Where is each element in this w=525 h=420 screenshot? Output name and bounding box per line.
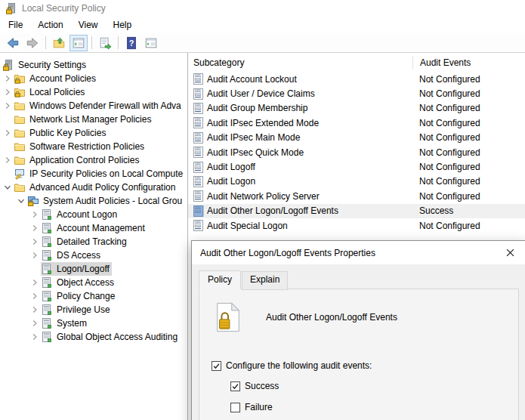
tree-item-body[interactable]: System — [41, 317, 89, 330]
tree-item-body[interactable]: Detailed Tracking — [41, 235, 129, 249]
tree-item-system[interactable]: System — [0, 317, 187, 330]
chevron-right-icon[interactable] — [3, 102, 11, 110]
chevron-down-icon[interactable] — [3, 184, 11, 192]
show-hide-console-tree-button[interactable] — [69, 35, 88, 51]
check-icon — [212, 362, 221, 370]
tree-item-global-object-access-auditing[interactable]: Global Object Access Auditing — [0, 330, 187, 344]
list-row-audit-special-logon[interactable]: 101010Audit Special LogonNot Configured — [188, 218, 525, 233]
tree-item-account-management[interactable]: Account Management — [0, 221, 187, 235]
tree-item-body[interactable]: System Audit Policies - Local Grou — [27, 194, 184, 208]
failure-label[interactable]: Failure — [245, 402, 273, 412]
tab-explain[interactable]: Explain — [242, 271, 288, 290]
chevron-right-icon[interactable] — [3, 75, 11, 83]
tree-item-body[interactable]: Account Policies — [14, 72, 98, 85]
tree-item-body[interactable]: Security Settings — [2, 58, 88, 72]
tree-item-local-policies[interactable]: Local Policies — [0, 85, 187, 99]
menu-help[interactable]: Help — [106, 17, 140, 32]
tree-item-body[interactable]: Policy Change — [41, 289, 117, 303]
chevron-right-icon[interactable] — [30, 224, 39, 233]
tree-item-ip-security-policies-on-local-compute[interactable]: IP Security Policies on Local Compute — [0, 167, 187, 181]
menu-action[interactable]: Action — [30, 17, 70, 32]
tree-item-label: Account Policies — [29, 73, 96, 84]
list-row-audit-network-policy-server[interactable]: 101010Audit Network Policy ServerNot Con… — [188, 189, 525, 203]
chevron-right-icon[interactable] — [3, 129, 11, 137]
toolbar-separator — [91, 36, 92, 49]
tree-item-body[interactable]: Application Control Policies — [14, 153, 141, 167]
configure-audit-events-label[interactable]: Configure the following audit events: — [226, 360, 372, 371]
list-row-audit-account-lockout[interactable]: 101010Audit Account LockoutNot Configure… — [188, 72, 525, 86]
list-row-audit-logoff[interactable]: 101010Audit LogoffNot Configured — [188, 159, 525, 174]
tree-item-body[interactable]: IP Security Policies on Local Compute — [14, 167, 185, 181]
up-one-level-button[interactable] — [50, 35, 68, 51]
column-header-audit-events[interactable]: Audit Events — [412, 56, 525, 69]
export-list-button[interactable] — [96, 35, 114, 51]
close-icon — [506, 249, 514, 257]
chevron-down-icon[interactable] — [17, 197, 25, 205]
list-row-audit-user-device-claims[interactable]: 101010Audit User / Device ClaimsNot Conf… — [188, 86, 525, 100]
tree-item-body[interactable]: Object Access — [41, 276, 116, 289]
failure-checkbox[interactable] — [230, 403, 240, 412]
back-button[interactable] — [4, 35, 22, 51]
list-row-audit-ipsec-main-mode[interactable]: 101010Audit IPsec Main ModeNot Configure… — [188, 131, 525, 145]
list-row-audit-ipsec-quick-mode[interactable]: 101010Audit IPsec Quick ModeNot Configur… — [188, 145, 525, 159]
tree-item-body[interactable]: Global Object Access Auditing — [41, 330, 180, 344]
tree-item-public-key-policies[interactable]: Public Key Policies — [0, 126, 187, 140]
tree-item-system-audit-policies-local-grou[interactable]: System Audit Policies - Local Grou — [0, 194, 187, 208]
chevron-right-icon[interactable] — [30, 320, 39, 328]
forward-button[interactable] — [23, 35, 42, 51]
tree-item-body[interactable]: Network List Manager Policies — [14, 113, 153, 126]
chevron-right-icon[interactable] — [3, 88, 11, 97]
tree-item-body[interactable]: Software Restriction Policies — [14, 140, 147, 153]
audit-doc-icon: 101010 — [193, 176, 204, 187]
tree-item-network-list-manager-policies[interactable]: Network List Manager Policies — [0, 113, 187, 126]
svg-text:010: 010 — [195, 151, 202, 155]
tree-item-body[interactable]: Logon/Logoff — [41, 262, 112, 276]
success-label[interactable]: Success — [245, 381, 279, 391]
configure-audit-events-checkbox[interactable] — [212, 361, 221, 371]
tree-item-privilege-use[interactable]: Privilege Use — [0, 303, 187, 317]
tree-item-application-control-policies[interactable]: Application Control Policies — [0, 153, 187, 167]
tree-item-windows-defender-firewall-with-adva[interactable]: Windows Defender Firewall with Adva — [0, 99, 187, 113]
tab-policy[interactable]: Policy — [199, 270, 241, 289]
list-row-audit-ipsec-extended-mode[interactable]: 101010Audit IPsec Extended ModeNot Confi… — [188, 116, 525, 130]
chevron-right-icon[interactable] — [30, 292, 39, 301]
help-button[interactable]: ? — [122, 35, 141, 51]
properties-dialog: Audit Other Logon/Logoff Events Properti… — [191, 240, 525, 420]
tree-item-body[interactable]: Advanced Audit Policy Configuration — [14, 181, 178, 194]
audit-events-cell: Not Configured — [412, 88, 525, 99]
tree-item-body[interactable]: Windows Defender Firewall with Adva — [14, 99, 184, 113]
tree-item-body[interactable]: Privilege Use — [41, 303, 113, 317]
tree-item-object-access[interactable]: Object Access — [0, 276, 187, 289]
tree-item-body[interactable]: Account Management — [41, 221, 147, 235]
success-checkbox[interactable] — [230, 381, 240, 391]
chevron-right-icon[interactable] — [30, 333, 39, 341]
close-button[interactable] — [494, 241, 525, 264]
tree-item-advanced-audit-policy-configuration[interactable]: Advanced Audit Policy Configuration — [0, 181, 187, 194]
tree-item-label: Privilege Use — [57, 304, 110, 315]
tree-item-security-settings[interactable]: Security Settings — [0, 58, 187, 72]
tree-item-body[interactable]: DS Access — [41, 249, 103, 262]
tree-item-body[interactable]: Local Policies — [14, 85, 87, 99]
tree-item-policy-change[interactable]: Policy Change — [0, 289, 187, 303]
chevron-right-icon[interactable] — [30, 238, 39, 246]
tree-item-account-policies[interactable]: Account Policies — [0, 72, 187, 85]
tree-item-logon-logoff[interactable]: Logon/Logoff — [0, 262, 187, 276]
list-row-audit-group-membership[interactable]: 101010Audit Group MembershipNot Configur… — [188, 101, 525, 116]
chevron-right-icon[interactable] — [3, 156, 11, 165]
menu-view[interactable]: View — [71, 17, 106, 32]
tree-item-ds-access[interactable]: DS Access — [0, 249, 187, 262]
chevron-right-icon[interactable] — [30, 306, 39, 314]
tree-item-body[interactable]: Public Key Policies — [14, 126, 108, 140]
chevron-right-icon[interactable] — [30, 211, 39, 219]
column-header-subcategory[interactable]: Subcategory — [188, 57, 412, 68]
tree-item-detailed-tracking[interactable]: Detailed Tracking — [0, 235, 187, 249]
menu-file[interactable]: File — [1, 17, 30, 32]
list-row-audit-other-logon-logoff-events[interactable]: 101010Audit Other Logon/Logoff EventsSuc… — [188, 204, 525, 218]
show-hide-action-pane-button[interactable] — [142, 35, 160, 51]
tree-item-account-logon[interactable]: Account Logon — [0, 208, 187, 221]
tree-item-software-restriction-policies[interactable]: Software Restriction Policies — [0, 140, 187, 153]
tree-item-body[interactable]: Account Logon — [41, 208, 119, 221]
chevron-right-icon[interactable] — [30, 252, 39, 260]
list-row-audit-logon[interactable]: 101010Audit LogonNot Configured — [188, 174, 525, 189]
chevron-right-icon[interactable] — [30, 279, 39, 287]
